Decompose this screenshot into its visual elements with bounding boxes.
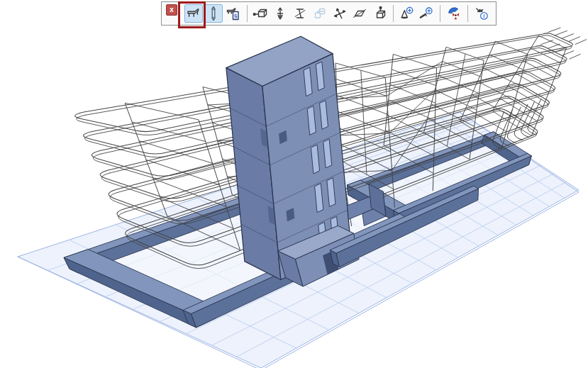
beam-document-icon: § [226,6,241,21]
toolbar-button-zoom-in-line[interactable] [417,4,436,23]
skew-icon [352,6,367,21]
toolbar-button-drag-box-vertical[interactable] [370,4,389,23]
toolbar-button-quick-info[interactable]: i [472,4,491,23]
drag-box-vertical-icon [372,6,387,21]
toolbar-separator [247,5,248,22]
elevate-icon [272,6,288,21]
zoom-in-cone-icon [399,6,414,21]
toolbar-close-button[interactable]: x [166,4,177,16]
toolbar-separator [393,5,394,22]
drag-box-icon [253,6,268,21]
rotate-axes-icon [332,6,348,21]
toolbar: x§i [161,1,497,26]
toolbar-button-stretch[interactable] [291,4,309,23]
multiply-icon [312,6,328,21]
beam-tool-icon [186,6,201,21]
toolbar-button-rotate-axes[interactable] [331,4,349,23]
toolbar-separator [467,5,468,22]
toolbar-button-drag-box[interactable] [252,4,270,23]
toolbar-separator [440,5,440,22]
toolbar-button-rebuild-colored[interactable] [445,4,463,23]
3d-viewport[interactable] [0,0,588,368]
stretch-icon [292,6,308,21]
app-window: x§i [0,0,588,368]
toolbar-button-elevate[interactable] [271,4,289,23]
svg-text:§: § [234,13,238,19]
toolbar-button-column-tool[interactable] [204,4,223,23]
toolbar-button-beam-tool[interactable] [184,4,203,23]
column-tool-icon [206,6,221,21]
toolbar-button-zoom-in-cone[interactable] [398,4,416,23]
rebuild-colored-icon [446,6,462,21]
toolbar-button-skew[interactable] [350,4,369,23]
zoom-in-line-icon [418,6,434,21]
svg-text:i: i [483,13,484,19]
toolbar-button-multiply [311,4,329,23]
toolbar-button-beam-document[interactable]: § [224,4,243,23]
quick-info-icon: i [474,6,489,21]
